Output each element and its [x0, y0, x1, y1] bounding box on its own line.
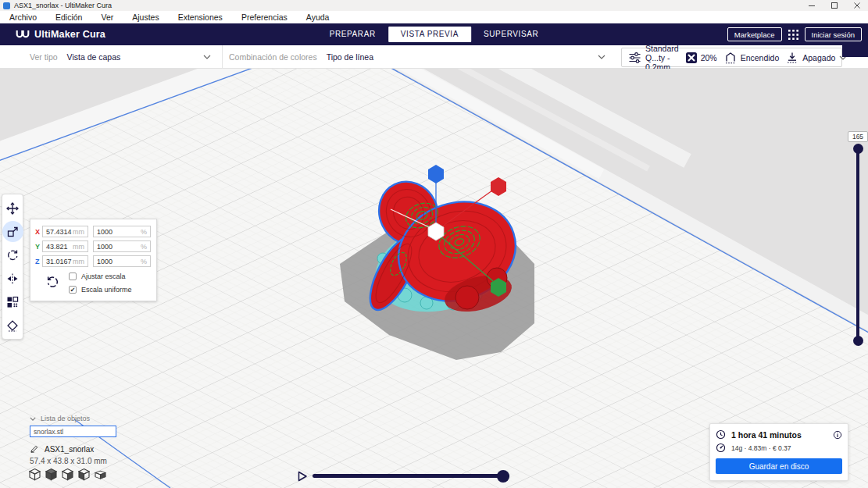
tab-prepare[interactable]: PREPARAR	[317, 27, 388, 42]
menu-ajustes[interactable]: Ajustes	[123, 11, 168, 23]
sign-in-button[interactable]: Iniciar sesión	[805, 27, 862, 41]
color-scheme-label: Combinación de colores	[229, 52, 317, 62]
color-scheme-dropdown[interactable]: Combinación de colores Tipo de línea	[223, 45, 620, 68]
layer-slider-lower-handle[interactable]	[853, 336, 863, 346]
view-type-dropdown[interactable]: Ver tipo Vista de capas	[0, 45, 223, 68]
view-type-value: Vista de capas	[67, 52, 121, 62]
play-icon	[298, 471, 307, 482]
maximize-button[interactable]	[823, 0, 845, 11]
infill-value: 20%	[701, 53, 717, 62]
scale-tool-button[interactable]	[6, 225, 20, 238]
app-header: UltiMaker Cura PREPARAR VISTA PREVIA SUP…	[0, 23, 868, 45]
save-to-disk-button[interactable]: Guardar en disco	[716, 458, 842, 474]
menu-edicion[interactable]: Edición	[46, 11, 91, 23]
adhesion-value: Apagado	[802, 53, 835, 62]
reset-icon	[46, 276, 59, 289]
move-tool-button[interactable]	[6, 201, 20, 215]
apps-grid-icon[interactable]	[788, 30, 798, 40]
brand: UltiMaker Cura	[16, 29, 105, 40]
object-list-item[interactable]: snorlax.stl	[30, 426, 116, 437]
scale-y-mm-field[interactable]: 43.821 mm	[42, 240, 88, 252]
info-icon[interactable]	[833, 430, 842, 440]
rotate-tool-button[interactable]	[6, 248, 20, 262]
print-info-card: 1 hora 41 minutos 14g · 4.83m · € 0.37 G…	[709, 423, 848, 481]
infill-icon	[686, 52, 697, 63]
marketplace-button[interactable]: Marketplace	[727, 27, 782, 41]
mirror-tool-button[interactable]	[6, 272, 20, 285]
window-title: ASX1_snorlax - UltiMaker Cura	[14, 2, 112, 9]
object-list-title: Lista de objetos	[41, 415, 90, 422]
support-blocker-button[interactable]	[6, 319, 20, 332]
viewport-3d[interactable]: X 57.4314 mm 1000 % Y 43.821 mm 1000 % Z	[0, 69, 868, 488]
adhesion-icon	[786, 52, 798, 64]
scale-x-mm-field[interactable]: 57.4314 mm	[42, 226, 88, 237]
uniform-scaling-option[interactable]: ✔ Escala uniforme	[69, 286, 132, 294]
stage-tabs: PREPARAR VISTA PREVIA SUPERVISAR	[317, 23, 552, 45]
print-settings-panel[interactable]: Standard Q...ty - 0.2mm 20% Encendido Ap…	[621, 48, 842, 67]
scale-x-percent-field[interactable]: 1000 %	[93, 226, 151, 237]
menu-ver[interactable]: Ver	[91, 11, 123, 23]
minimize-icon	[808, 2, 816, 9]
scale-z-mm-field[interactable]: 31.0167 mm	[42, 255, 88, 267]
menu-extensiones[interactable]: Extensiones	[169, 11, 232, 23]
close-button[interactable]	[845, 0, 868, 11]
tab-preview[interactable]: VISTA PREVIA	[388, 27, 471, 42]
ultimaker-logo-icon	[16, 30, 30, 40]
profile-value: Standard Q...ty - 0.2mm	[645, 44, 679, 72]
percent-label: %	[141, 243, 147, 251]
per-model-settings-button[interactable]	[6, 295, 20, 308]
print-time: 1 hora 41 minutos	[731, 430, 802, 440]
scale-row-x: X 57.4314 mm 1000 %	[35, 226, 151, 237]
uniform-scaling-checkbox[interactable]: ✔	[69, 286, 77, 294]
layer-slider-track[interactable]	[856, 148, 859, 341]
play-button[interactable]	[298, 471, 307, 482]
minimize-button[interactable]	[800, 0, 823, 11]
menu-archivo[interactable]: Archivo	[0, 11, 46, 23]
menu-preferencias[interactable]: Preferencias	[232, 11, 297, 23]
scale-row-z: Z 31.0167 mm 1000 %	[35, 255, 151, 267]
layer-slider-upper-handle[interactable]	[853, 144, 863, 154]
snap-scaling-label: Ajustar escala	[81, 272, 126, 280]
mirror-icon	[6, 272, 19, 285]
snap-scaling-option[interactable]: Ajustar escala	[69, 272, 132, 280]
scale-y-value: 43.821	[46, 243, 68, 251]
simulation-slider-handle[interactable]	[497, 470, 509, 483]
tool-panel	[2, 194, 23, 340]
sliders-icon	[628, 52, 641, 64]
scale-z-percent-field[interactable]: 1000 %	[93, 255, 151, 267]
unit-label: mm	[73, 243, 84, 251]
support-blocker-icon	[6, 319, 19, 332]
chevron-down-icon	[598, 55, 605, 59]
printer-name-row[interactable]: ASX1_snorlax	[30, 444, 94, 454]
printer-name: ASX1_snorlax	[45, 445, 94, 454]
titlebar: ASX1_snorlax - UltiMaker Cura	[0, 0, 868, 11]
support-value: Encendido	[741, 53, 780, 62]
percent-label: %	[141, 228, 147, 236]
object-list-header[interactable]: Lista de objetos	[30, 415, 90, 422]
chevron-down-icon	[203, 55, 211, 59]
model-dimensions: 57.4 x 43.8 x 31.0 mm	[30, 457, 107, 465]
stage-bar: Ver tipo Vista de capas Combinación de c…	[0, 45, 868, 69]
unit-label: mm	[73, 258, 84, 265]
simulation-slider-track[interactable]	[313, 474, 509, 478]
material-usage: 14g · 4.83m · € 0.37	[731, 444, 791, 452]
axis-x-label: X	[35, 228, 42, 236]
view-cube-front-icon[interactable]	[77, 468, 91, 481]
app-icon	[3, 2, 10, 9]
material-gauge-icon	[716, 443, 726, 453]
view-cube-solid-icon[interactable]	[45, 468, 58, 481]
scale-icon	[6, 226, 19, 238]
scale-y-percent: 1000	[97, 243, 113, 251]
axis-y-label: Y	[35, 243, 42, 251]
view-cube-wireframe-icon[interactable]	[28, 468, 41, 481]
view-cube-top-icon[interactable]	[61, 468, 74, 481]
reset-scale-button[interactable]	[46, 276, 59, 294]
snap-scaling-checkbox[interactable]	[69, 272, 77, 280]
tab-monitor[interactable]: SUPERVISAR	[471, 27, 551, 42]
pencil-icon	[30, 444, 39, 454]
menu-ayuda[interactable]: Ayuda	[297, 11, 339, 23]
percent-label: %	[141, 258, 147, 265]
view-cube-flat-icon[interactable]	[94, 468, 107, 481]
uniform-scaling-label: Escala uniforme	[81, 286, 132, 294]
scale-y-percent-field[interactable]: 1000 %	[93, 240, 151, 252]
